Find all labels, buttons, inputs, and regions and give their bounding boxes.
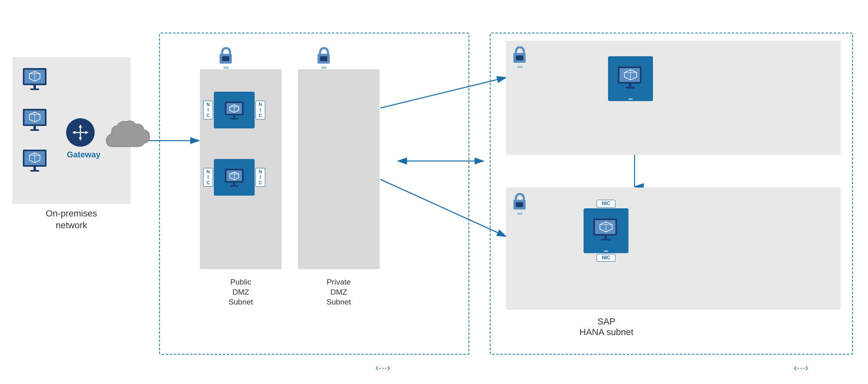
- private-dmz-box: [298, 69, 380, 269]
- svg-rect-44: [233, 115, 235, 118]
- nsg-sap: [510, 191, 530, 214]
- svg-rect-52: [231, 185, 238, 187]
- svg-rect-13: [33, 85, 36, 88]
- svg-rect-69: [604, 236, 607, 239]
- nsg-private-badge: [322, 67, 326, 68]
- svg-marker-32: [79, 137, 82, 141]
- monitor-2: [20, 108, 50, 136]
- gateway-text-label: Gateway: [63, 150, 104, 159]
- monitor-3: [20, 149, 50, 177]
- nic-right-bottom: NIC: [255, 168, 265, 187]
- spoke-dots: ‹···›: [794, 362, 808, 373]
- sap-subnet-box: [506, 188, 841, 310]
- nsg-public-badge: [224, 67, 229, 68]
- svg-rect-21: [30, 129, 39, 131]
- svg-marker-34: [85, 131, 89, 134]
- svg-marker-31: [79, 124, 82, 128]
- nic-left-top: NIC: [203, 101, 213, 119]
- svg-rect-36: [222, 56, 229, 61]
- internet-cloud: [104, 118, 153, 157]
- private-dmz-label: PrivateDMZSubnet: [298, 277, 380, 307]
- nsg-sap-badge: [517, 213, 522, 214]
- svg-rect-61: [625, 87, 635, 88]
- svg-rect-70: [601, 239, 610, 241]
- nva-bottom-group: NIC NIC: [203, 159, 265, 196]
- hub-dots: ‹···›: [375, 362, 390, 373]
- svg-rect-60: [629, 84, 631, 87]
- svg-rect-63: [516, 202, 523, 207]
- svg-rect-45: [231, 118, 238, 119]
- nsg-public: [216, 45, 236, 68]
- svg-rect-54: [516, 55, 523, 60]
- nva-bottom-box: [214, 159, 255, 196]
- sap-vm-label: [604, 251, 608, 252]
- vm-label: [628, 99, 633, 99]
- sap-vm-group: NIC NIC: [584, 200, 628, 262]
- monitor-1: [20, 67, 50, 95]
- mgmt-subnet-box: [506, 41, 841, 155]
- nsg-mgmt: [510, 44, 530, 68]
- nic-sap-top: NIC: [597, 200, 616, 207]
- nsg-mgmt-badge: [517, 66, 522, 68]
- svg-rect-28: [30, 170, 39, 172]
- public-dmz-label: PublicDMZSubnet: [200, 277, 282, 307]
- nic-sap-bottom: NIC: [597, 254, 616, 262]
- nic-right-top: NIC: [255, 101, 265, 119]
- svg-rect-38: [320, 56, 327, 61]
- nic-left-bottom: NIC: [203, 168, 213, 187]
- jumpbox-vm: [608, 56, 653, 104]
- svg-rect-51: [233, 183, 235, 185]
- nva-top-box: [214, 92, 255, 128]
- nsg-private: [314, 45, 334, 68]
- svg-marker-33: [72, 131, 75, 134]
- nva-top-group: NIC NIC: [203, 92, 265, 128]
- gateway-icon: [66, 118, 95, 147]
- sap-subnet-label: SAPHANA subnet: [579, 316, 633, 338]
- svg-rect-20: [33, 126, 36, 129]
- onprem-label: On-premisesnetwork: [12, 208, 131, 231]
- svg-rect-27: [33, 167, 36, 170]
- svg-rect-14: [30, 88, 39, 90]
